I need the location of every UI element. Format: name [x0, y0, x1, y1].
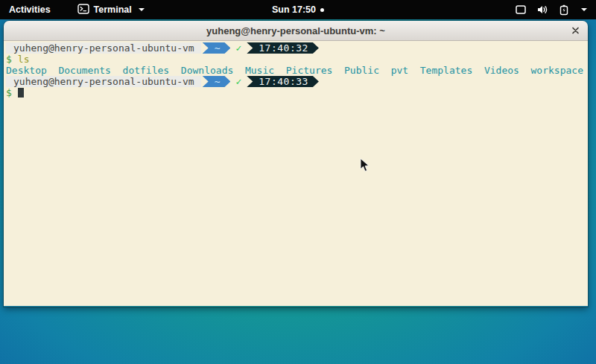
volume-icon	[536, 4, 549, 15]
app-menu-label: Terminal	[94, 4, 132, 15]
ls-entry: Pictures	[286, 65, 333, 76]
display-icon	[515, 4, 527, 15]
mouse-cursor	[360, 158, 370, 175]
battery-icon	[559, 4, 569, 16]
close-button[interactable]	[568, 24, 583, 38]
ls-entry: Public	[344, 65, 379, 76]
prompt-time-segment: 17:40:32	[247, 42, 319, 54]
clock-label: Sun 17:50	[272, 4, 316, 15]
notification-dot	[320, 8, 324, 12]
prompt-user-host: yuheng@henry-personal-ubuntu-vm	[6, 76, 201, 87]
terminal-app-icon	[77, 4, 89, 16]
prompt-line: yuheng@henry-personal-ubuntu-vm ~ ✓ 17:4…	[6, 42, 586, 54]
top-bar: Activities Terminal Sun 17:50	[0, 0, 596, 19]
input-line: $	[6, 87, 586, 98]
window-title: yuheng@henry-personal-ubuntu-vm: ~	[206, 25, 385, 36]
system-menu-button[interactable]	[512, 0, 590, 19]
app-menu-button[interactable]: Terminal	[73, 0, 149, 19]
ls-entry: Downloads	[181, 65, 233, 76]
status-check-icon: ✓	[235, 42, 241, 54]
terminal-cursor	[18, 88, 24, 98]
activities-button[interactable]: Activities	[4, 0, 55, 19]
ls-entry: dotfiles	[123, 65, 170, 76]
prompt-time-segment: 17:40:33	[247, 76, 319, 87]
ls-entry: Templates	[420, 65, 472, 76]
shell-prompt-symbol: $	[6, 87, 12, 98]
ls-entry: Videos	[484, 65, 519, 76]
chevron-down-icon	[139, 8, 145, 11]
ls-output-line: Desktop Documents dotfiles Downloads Mus…	[6, 65, 586, 76]
window-titlebar[interactable]: yuheng@henry-personal-ubuntu-vm: ~	[4, 21, 588, 41]
ls-entry: Documents	[58, 65, 110, 76]
command-line: $ ls	[6, 54, 586, 65]
prompt-user-host: yuheng@henry-personal-ubuntu-vm	[6, 42, 201, 54]
ls-entry: Music	[245, 65, 274, 76]
ls-entry: Desktop	[6, 65, 47, 76]
prompt-cwd-segment: ~	[203, 42, 231, 54]
typed-command: ls	[18, 54, 30, 65]
ls-entry: pvt	[391, 65, 408, 76]
prompt-cwd-segment: ~	[203, 76, 231, 87]
shell-prompt-symbol: $	[6, 54, 12, 65]
close-icon	[571, 27, 580, 35]
terminal-window: yuheng@henry-personal-ubuntu-vm: ~ yuhen…	[4, 21, 588, 307]
prompt-line: yuheng@henry-personal-ubuntu-vm ~ ✓ 17:4…	[6, 76, 586, 87]
chevron-down-icon	[581, 8, 587, 11]
clock-button[interactable]: Sun 17:50	[267, 0, 329, 19]
terminal-viewport[interactable]: yuheng@henry-personal-ubuntu-vm ~ ✓ 17:4…	[4, 41, 588, 306]
activities-label: Activities	[9, 4, 51, 15]
ls-entry: workspace	[531, 65, 583, 76]
status-check-icon: ✓	[235, 76, 241, 87]
